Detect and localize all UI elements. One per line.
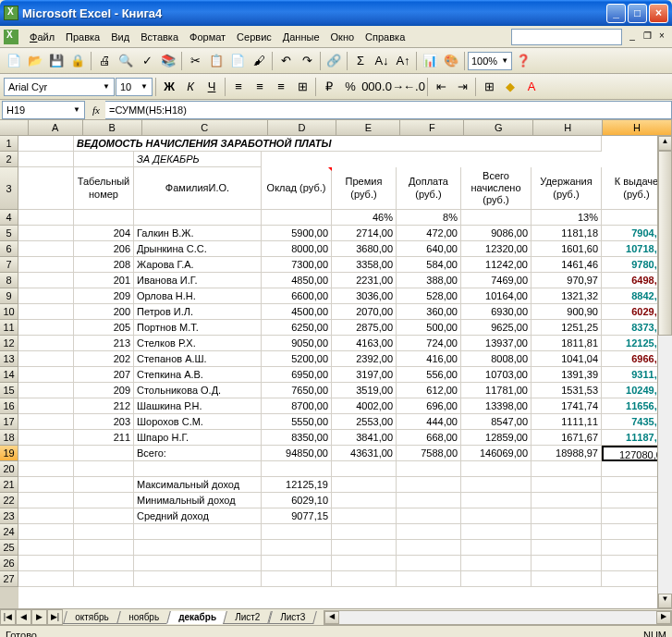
row-header[interactable]: 18 (0, 430, 18, 446)
cell[interactable] (18, 257, 74, 273)
cell[interactable] (461, 461, 531, 477)
cell[interactable] (18, 136, 74, 152)
print-button[interactable]: 🖨 (94, 51, 115, 71)
cell[interactable] (18, 167, 74, 210)
cell[interactable] (18, 477, 74, 493)
cell[interactable]: 2392,00 (332, 351, 397, 367)
cell[interactable]: 213 (74, 336, 134, 351)
cell[interactable] (74, 210, 134, 226)
scroll-up-button[interactable]: ▲ (658, 136, 672, 151)
row-header[interactable]: 19 (0, 446, 18, 461)
cell[interactable] (531, 508, 602, 524)
increase-decimal-button[interactable]: .0→ (383, 77, 403, 97)
cell[interactable] (332, 540, 397, 556)
cell[interactable]: 43631,00 (332, 446, 397, 461)
col-header[interactable]: C (142, 120, 268, 135)
cell[interactable]: Всего начислено (руб.) (461, 167, 531, 210)
row-header[interactable]: 8 (0, 273, 18, 288)
doc-restore-button[interactable]: ❐ (641, 31, 654, 43)
paste-button[interactable]: 📄 (227, 51, 248, 71)
cell[interactable] (531, 571, 602, 587)
cell[interactable] (134, 524, 262, 540)
cell[interactable]: 202 (74, 351, 134, 367)
cell[interactable] (18, 288, 74, 304)
cell[interactable] (134, 540, 262, 556)
cell[interactable]: 204 (74, 226, 134, 241)
cell[interactable]: 2553,00 (332, 414, 397, 430)
new-button[interactable]: 📄 (4, 51, 24, 71)
cell[interactable] (18, 571, 74, 587)
cell[interactable] (397, 524, 461, 540)
scroll-left-button[interactable]: ◀ (324, 611, 339, 624)
cell[interactable]: 209 (74, 288, 134, 304)
cell[interactable] (332, 571, 397, 587)
cell[interactable]: 556,00 (397, 367, 461, 383)
row-header[interactable]: 2 (0, 152, 18, 167)
cell[interactable]: ЗА ДЕКАБРЬ (134, 152, 262, 167)
cell[interactable]: 3036,00 (332, 288, 397, 304)
cell[interactable]: 1251,25 (531, 320, 602, 336)
cell[interactable]: 500,00 (397, 320, 461, 336)
cell[interactable]: 528,00 (397, 288, 461, 304)
cell[interactable]: 1391,39 (531, 367, 602, 383)
fill-color-button[interactable]: ◆ (500, 77, 520, 97)
cell[interactable]: 1531,53 (531, 383, 602, 398)
cell[interactable]: 201 (74, 273, 134, 288)
fx-icon[interactable]: fx (92, 104, 100, 116)
redo-button[interactable]: ↷ (297, 51, 317, 71)
cell[interactable] (18, 152, 74, 167)
row-header[interactable]: 13 (0, 351, 18, 367)
tab-nav-next[interactable]: ▶ (31, 609, 47, 625)
font-combo[interactable]: Arial Cyr▼ (4, 78, 115, 96)
cell[interactable]: Жарова Г.А. (134, 257, 262, 273)
cell[interactable]: 12125,19 (262, 477, 332, 493)
cell[interactable]: Табельный номер (74, 167, 134, 210)
cell[interactable]: 10164,00 (461, 288, 531, 304)
save-button[interactable]: 💾 (46, 51, 67, 71)
menu-data[interactable]: Данные (277, 30, 325, 44)
cell[interactable] (18, 524, 74, 540)
row-header[interactable]: 14 (0, 367, 18, 383)
cell[interactable]: 4002,00 (332, 398, 397, 414)
menu-edit[interactable]: Правка (60, 30, 105, 44)
cell[interactable] (461, 477, 531, 493)
cell[interactable]: 3358,00 (332, 257, 397, 273)
cell[interactable] (18, 304, 74, 320)
align-right-button[interactable]: ≡ (271, 77, 291, 97)
row-header[interactable]: 27 (0, 571, 18, 587)
cell[interactable]: 3519,00 (332, 383, 397, 398)
cell[interactable] (397, 508, 461, 524)
cell[interactable]: 9077,15 (262, 508, 332, 524)
cell[interactable]: Иванова И.Г. (134, 273, 262, 288)
cell[interactable]: 13% (531, 210, 602, 226)
row-header[interactable]: 24 (0, 524, 18, 540)
cell[interactable]: 7300,00 (262, 257, 332, 273)
cell[interactable] (397, 477, 461, 493)
cell[interactable]: Всего: (134, 446, 262, 461)
cell[interactable]: 2875,00 (332, 320, 397, 336)
cell[interactable] (332, 477, 397, 493)
cell[interactable]: Шорохов С.М. (134, 414, 262, 430)
cell[interactable] (461, 556, 531, 571)
tab-nav-prev[interactable]: ◀ (16, 609, 31, 625)
cell[interactable] (397, 461, 461, 477)
cell[interactable] (531, 556, 602, 571)
bold-button[interactable]: Ж (159, 77, 179, 97)
cell[interactable] (18, 446, 74, 461)
cell[interactable] (18, 414, 74, 430)
cells-area[interactable]: ВЕДОМОСТЬ НАЧИСЛЕНИЯ ЗАРАБОТНОЙ ПЛАТЫЗА … (18, 136, 672, 608)
copy-button[interactable]: 📋 (206, 51, 226, 71)
menu-format[interactable]: Формат (184, 30, 231, 44)
cell[interactable] (531, 477, 602, 493)
doc-close-button[interactable]: × (655, 31, 668, 43)
cell[interactable] (74, 461, 134, 477)
cell[interactable]: 6930,00 (461, 304, 531, 320)
cell[interactable]: 4850,00 (262, 273, 332, 288)
cell[interactable]: Галкин В.Ж. (134, 226, 262, 241)
cell[interactable]: Минимальный доход (134, 493, 262, 508)
cell[interactable]: Портнов М.Т. (134, 320, 262, 336)
cell[interactable]: Максимальный доход (134, 477, 262, 493)
cell[interactable] (74, 524, 134, 540)
cell[interactable]: 360,00 (397, 304, 461, 320)
cell[interactable] (262, 556, 332, 571)
